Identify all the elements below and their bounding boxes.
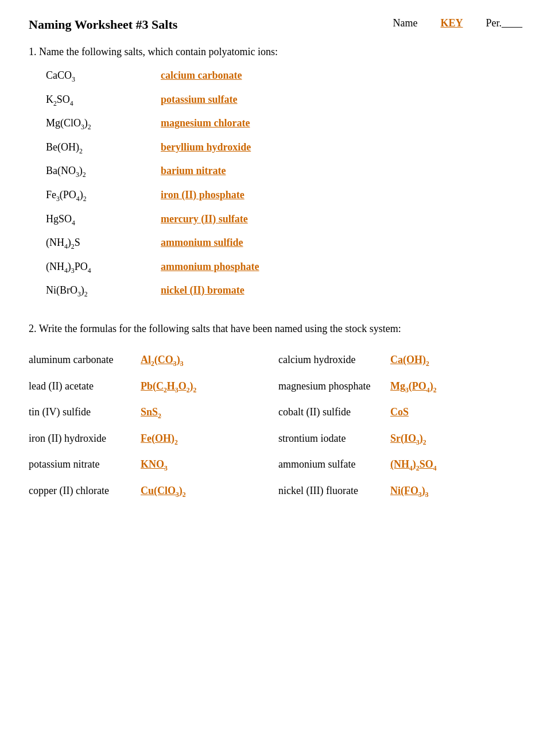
formula-row-left: aluminum carbonateAl2(CO3)3: [29, 354, 273, 368]
formula-value-right: (NH4)2SO4: [390, 458, 437, 472]
key-label: KEY: [440, 17, 463, 29]
compound-name: mercury (II) sulfate: [161, 213, 248, 225]
formula-label-left: aluminum carbonate: [29, 354, 141, 366]
formula-row-right: strontium iodateSr(IO3)2: [278, 433, 522, 446]
formula-label-right: calcium hydroxide: [278, 354, 390, 366]
compound-name: beryllium hydroxide: [161, 141, 251, 153]
formula-value-right: Ca(OH)2: [390, 354, 429, 368]
formula-label-left: potassium nitrate: [29, 458, 141, 470]
compound-formula: HgSO4: [46, 213, 161, 227]
compound-name: iron (II) phosphate: [161, 189, 245, 201]
formula-label-left: iron (II) hydroxide: [29, 433, 141, 445]
compound-row: HgSO4mercury (II) sulfate: [46, 213, 522, 227]
formula-label-right: strontium iodate: [278, 433, 390, 445]
compound-row: CaCO3calcium carbonate: [46, 70, 522, 83]
formula-value-right: Sr(IO3)2: [390, 433, 426, 446]
compound-formula: Ni(BrO3)2: [46, 284, 161, 298]
compound-formula: Ba(NO3)2: [46, 165, 161, 179]
section2-intro: 2. Write the formulas for the following …: [29, 321, 522, 337]
compound-formula: Fe3(PO4)2: [46, 189, 161, 203]
formula-label-left: copper (II) chlorate: [29, 485, 141, 497]
formula-label-right: nickel (III) fluorate: [278, 485, 390, 497]
formula-label-right: magnesium phosphate: [278, 380, 390, 392]
formula-label-left: tin (IV) sulfide: [29, 406, 141, 418]
compound-row: Fe3(PO4)2iron (II) phosphate: [46, 189, 522, 203]
compound-formula: Mg(ClO3)2: [46, 117, 161, 131]
formula-value-right: Mg3(PO4)2: [390, 380, 437, 394]
formula-row-right: ammonium sulfate(NH4)2SO4: [278, 458, 522, 472]
formula-row-right: nickel (III) fluorateNi(FO3)3: [278, 485, 522, 499]
formula-value-left: Al2(CO3)3: [141, 354, 184, 368]
formula-row-left: copper (II) chlorateCu(ClO3)2: [29, 485, 273, 499]
name-label: Name: [393, 17, 417, 29]
formula-row-right: cobalt (II) sulfideCoS: [278, 406, 522, 420]
formula-value-right: Ni(FO3)3: [390, 485, 429, 499]
formula-row-right: calcium hydroxideCa(OH)2: [278, 354, 522, 368]
formula-value-right: CoS: [390, 406, 409, 418]
compound-formula: (NH4)2S: [46, 237, 161, 250]
compound-row: (NH4)3PO4ammonium phosphate: [46, 261, 522, 275]
compound-name: ammonium phosphate: [161, 261, 259, 273]
formula-row-right: magnesium phosphateMg3(PO4)2: [278, 380, 522, 394]
compound-name: ammonium sulfide: [161, 237, 243, 249]
compound-name: calcium carbonate: [161, 70, 242, 82]
page-header: Naming Worksheet #3 Salts Name KEY Per._…: [29, 17, 522, 32]
compound-name: barium nitrate: [161, 165, 226, 177]
compound-row: Ba(NO3)2barium nitrate: [46, 165, 522, 179]
formula-value-left: SnS2: [141, 406, 161, 420]
compound-row: (NH4)2Sammonium sulfide: [46, 237, 522, 250]
formulas-grid: aluminum carbonateAl2(CO3)3calcium hydro…: [29, 354, 522, 499]
compound-name: magnesium chlorate: [161, 117, 250, 129]
formula-row-left: tin (IV) sulfideSnS2: [29, 406, 273, 420]
compound-name: potassium sulfate: [161, 94, 238, 106]
formula-row-left: lead (II) acetatePb(C2H3O2)2: [29, 380, 273, 394]
formula-row-left: iron (II) hydroxideFe(OH)2: [29, 433, 273, 446]
compound-formula: CaCO3: [46, 70, 161, 83]
formula-label-right: ammonium sulfate: [278, 458, 390, 470]
header-right: Name KEY Per.____: [393, 17, 522, 29]
formula-value-left: Fe(OH)2: [141, 433, 178, 446]
formula-value-left: Pb(C2H3O2)2: [141, 380, 196, 394]
formula-value-left: KNO3: [141, 458, 168, 472]
per-label: Per.____: [486, 17, 522, 29]
compound-row: Mg(ClO3)2magnesium chlorate: [46, 117, 522, 131]
formula-label-left: lead (II) acetate: [29, 380, 141, 392]
compound-formula: K2SO4: [46, 94, 161, 107]
compound-formula: Be(OH)2: [46, 141, 161, 155]
section1-question: 1. Name the following salts, which conta…: [29, 46, 522, 58]
compound-row: K2SO4potassium sulfate: [46, 94, 522, 107]
formula-row-left: potassium nitrateKNO3: [29, 458, 273, 472]
formula-label-right: cobalt (II) sulfide: [278, 406, 390, 418]
compound-row: Ni(BrO3)2nickel (II) bromate: [46, 284, 522, 298]
formula-value-left: Cu(ClO3)2: [141, 485, 186, 499]
page-title: Naming Worksheet #3 Salts: [29, 17, 177, 32]
compound-table: CaCO3calcium carbonateK2SO4potassium sul…: [46, 70, 522, 298]
compound-row: Be(OH)2beryllium hydroxide: [46, 141, 522, 155]
compound-name: nickel (II) bromate: [161, 284, 245, 296]
compound-formula: (NH4)3PO4: [46, 261, 161, 275]
